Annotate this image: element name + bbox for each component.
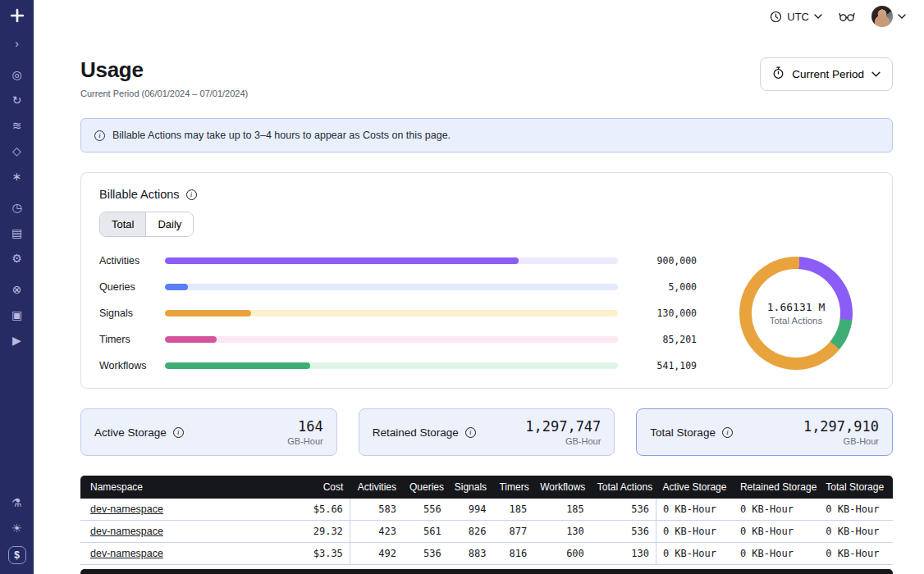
- col-header-timers[interactable]: Timers: [492, 476, 533, 499]
- sidebar-bottom-icons: ⚗☀$: [8, 495, 26, 564]
- docs-icon[interactable]: ▣: [8, 308, 26, 322]
- page-subtitle: Current Period (06/01/2024 – 07/01/2024): [80, 89, 248, 98]
- namespaces-icon[interactable]: ◎: [8, 67, 26, 82]
- support-icon[interactable]: ⊗: [8, 282, 26, 297]
- nexus-icon[interactable]: ∗: [8, 169, 26, 184]
- table-cell: 583: [350, 499, 403, 521]
- col-header-signals[interactable]: Signals: [448, 476, 493, 499]
- info-icon[interactable]: i: [186, 189, 197, 200]
- bar-fill: [165, 362, 310, 369]
- col-header-namespace[interactable]: Namespace: [80, 476, 293, 499]
- page-title-block: Usage Current Period (06/01/2024 – 07/01…: [80, 57, 248, 98]
- col-header-retained-storage[interactable]: Retained Storage: [734, 476, 819, 499]
- table-cell: 816: [492, 543, 533, 565]
- table-cell: 0 KB-Hour: [819, 543, 893, 565]
- total-storage-card: Total Storage i 1,297,910 GB-Hour: [636, 408, 893, 456]
- bar-label: Activities: [99, 255, 155, 266]
- donut-total-value: 1.66131 M: [767, 301, 825, 313]
- retained-storage-label: Retained Storage: [373, 426, 459, 439]
- table-cell: 0 KB-Hour: [819, 499, 893, 521]
- page-title: Usage: [80, 57, 248, 83]
- table-header-row: Namespace Cost Activities Queries Signal…: [80, 476, 893, 499]
- sidebar-group: ⊗▣▶: [8, 282, 26, 348]
- info-icon[interactable]: i: [465, 427, 476, 438]
- retained-storage-value: 1,297,747: [525, 418, 601, 435]
- bar-row: Activities900,000: [99, 255, 697, 266]
- col-header-cost[interactable]: Cost: [293, 476, 350, 499]
- billable-actions-title-row: Billable Actions i: [99, 188, 874, 201]
- info-icon[interactable]: i: [173, 427, 184, 438]
- page-content: Usage Current Period (06/01/2024 – 07/01…: [34, 33, 924, 574]
- info-banner: i Billable Actions may take up to 3–4 ho…: [80, 118, 893, 153]
- col-header-activities[interactable]: Activities: [350, 476, 403, 499]
- namespace-cell: dev-namespace: [80, 499, 293, 521]
- bar-value: 541,109: [628, 360, 697, 371]
- table-cell: 130: [533, 521, 591, 543]
- bar-track: [165, 362, 618, 369]
- temporal-logo-icon[interactable]: [10, 8, 25, 23]
- billable-actions-card: Billable Actions i Total Daily Activitie…: [80, 172, 893, 389]
- timezone-selector[interactable]: UTC: [770, 11, 822, 23]
- tab-daily[interactable]: Daily: [145, 212, 193, 236]
- settings-icon[interactable]: ⚙: [8, 251, 26, 266]
- bar-track: [165, 284, 618, 290]
- getting-started-icon[interactable]: ▶: [8, 333, 26, 348]
- table-cell: 185: [492, 499, 533, 521]
- table-cell: 0 KB-Hour: [656, 499, 734, 521]
- period-selector-button[interactable]: Current Period: [760, 57, 893, 91]
- stopwatch-icon: [772, 66, 784, 82]
- credits-icon[interactable]: $: [8, 546, 26, 564]
- namespace-cell: dev-namespace: [80, 543, 293, 565]
- col-header-queries[interactable]: Queries: [403, 476, 448, 499]
- billable-view-tabs: Total Daily: [99, 212, 194, 237]
- bar-fill: [165, 257, 519, 264]
- col-header-total-actions[interactable]: Total Actions: [591, 476, 656, 499]
- table-cell: 556: [403, 499, 448, 521]
- table-cell: 0 KB-Hour: [734, 543, 819, 565]
- schedules-icon[interactable]: ↻: [8, 93, 26, 107]
- bar-row: Signals130,000: [99, 308, 697, 319]
- table-cell: 492: [350, 543, 403, 565]
- table-cell: 423: [350, 521, 403, 543]
- labs-icon[interactable]: ⚗: [8, 495, 26, 510]
- col-header-total-storage[interactable]: Total Storage: [819, 476, 893, 499]
- bar-value: 900,000: [628, 255, 697, 266]
- table-cell: 600: [533, 543, 591, 565]
- tab-total[interactable]: Total: [100, 212, 145, 236]
- sidebar-nav-groups: ›◎↻≋◇∗◷▤⚙⊗▣▶: [8, 36, 26, 364]
- theme-icon[interactable]: ☀: [8, 521, 26, 535]
- table-cell: 536: [591, 499, 656, 521]
- namespace-link[interactable]: dev-namespace: [90, 526, 163, 537]
- col-header-workflows[interactable]: Workflows: [533, 476, 591, 499]
- active-storage-card: Active Storage i 164 GB-Hour: [80, 408, 337, 456]
- info-icon[interactable]: i: [722, 427, 733, 438]
- billing-icon[interactable]: ▤: [8, 226, 26, 240]
- donut-chart-wrap: 1.66131 M Total Actions: [718, 257, 874, 370]
- sidebar: ›◎↻≋◇∗◷▤⚙⊗▣▶ ⚗☀$: [0, 0, 34, 574]
- bar-row: Timers85,201: [99, 334, 697, 345]
- table-cell: 0 KB-Hour: [656, 543, 734, 565]
- sidebar-group: ◷▤⚙: [8, 200, 26, 266]
- sidebar-group: ◎↻≋◇∗: [8, 67, 26, 184]
- period-button-label: Current Period: [792, 68, 864, 80]
- bar-label: Timers: [99, 334, 155, 345]
- bar-track: [165, 336, 618, 343]
- usage-icon[interactable]: ◷: [8, 200, 26, 215]
- batch-operations-icon[interactable]: ≋: [8, 118, 26, 133]
- bar-label: Workflows: [99, 360, 155, 371]
- stat-label-row: Retained Storage i: [373, 426, 476, 439]
- col-header-active-storage[interactable]: Active Storage: [656, 476, 734, 499]
- table-cell: 826: [448, 521, 493, 543]
- chevron-down-icon: [814, 14, 822, 19]
- table-row: dev-namespace$5.665835569941851855360 KB…: [80, 499, 893, 521]
- billable-actions-title: Billable Actions: [99, 188, 180, 201]
- support-glasses-icon[interactable]: [839, 11, 855, 22]
- collapse-sidebar-icon[interactable]: ›: [8, 36, 26, 51]
- active-storage-unit: GB-Hour: [287, 436, 322, 446]
- table-row: dev-namespace29.324235618268771305360 KB…: [80, 521, 893, 543]
- active-storage-value: 164: [287, 418, 322, 435]
- namespace-link[interactable]: dev-namespace: [90, 548, 163, 559]
- deployments-icon[interactable]: ◇: [8, 144, 26, 158]
- namespace-link[interactable]: dev-namespace: [90, 503, 163, 515]
- account-menu[interactable]: [871, 6, 906, 27]
